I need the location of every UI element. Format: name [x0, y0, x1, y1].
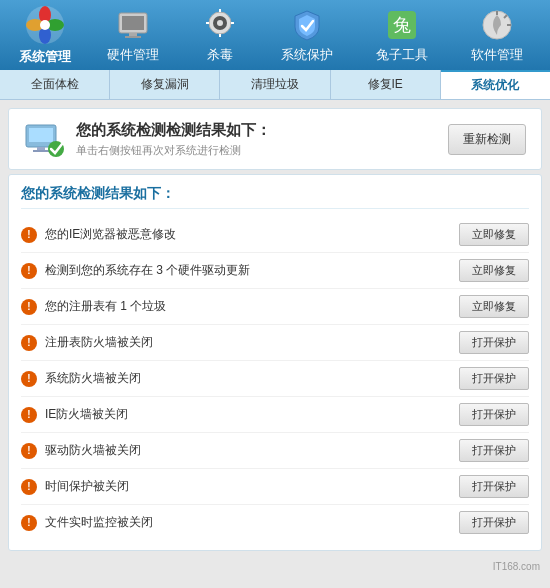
warning-icon: ! — [21, 443, 37, 459]
result-text: 检测到您的系统存在 3 个硬件驱动更新 — [45, 262, 459, 279]
result-text: 时间保护被关闭 — [45, 478, 459, 495]
action-button[interactable]: 打开保护 — [459, 511, 529, 534]
svg-rect-24 — [29, 128, 53, 142]
nav-item-rabbit-label: 兔子工具 — [376, 46, 428, 64]
svg-rect-7 — [122, 16, 144, 30]
tab-repair-ie[interactable]: 修复IE — [331, 70, 441, 99]
logo-icon — [25, 5, 65, 45]
nav-logo-label: 系统管理 — [19, 48, 71, 66]
result-text: 您的IE浏览器被恶意修改 — [45, 226, 459, 243]
nav-item-kill[interactable]: 杀毒 — [202, 7, 238, 64]
action-button[interactable]: 立即修复 — [459, 259, 529, 282]
result-item: !注册表防火墙被关闭打开保护 — [21, 325, 529, 361]
main-content: 您的系统检测结果如下： !您的IE浏览器被恶意修改立即修复!检测到您的系统存在 … — [8, 174, 542, 551]
protect-icon — [289, 7, 325, 43]
svg-point-12 — [217, 20, 223, 26]
recheck-button[interactable]: 重新检测 — [448, 124, 526, 155]
action-button[interactable]: 立即修复 — [459, 223, 529, 246]
summary-title: 您的系统检测检测结果如下： — [76, 121, 436, 140]
nav-logo[interactable]: 系统管理 — [5, 5, 85, 66]
warning-icon: ! — [21, 299, 37, 315]
result-item: !检测到您的系统存在 3 个硬件驱动更新立即修复 — [21, 253, 529, 289]
result-text: 您的注册表有 1 个垃圾 — [45, 298, 459, 315]
result-text: 驱动防火墙被关闭 — [45, 442, 459, 459]
svg-text:兔: 兔 — [393, 15, 411, 35]
tab-clean-junk[interactable]: 清理垃圾 — [220, 70, 330, 99]
warning-icon: ! — [21, 515, 37, 531]
rabbit-icon: 兔 — [384, 7, 420, 43]
result-text: 文件实时监控被关闭 — [45, 514, 459, 531]
result-text: IE防火墙被关闭 — [45, 406, 459, 423]
nav-item-software[interactable]: 软件管理 — [471, 7, 523, 64]
svg-rect-26 — [33, 150, 49, 152]
nav-item-hardware-label: 硬件管理 — [107, 46, 159, 64]
action-button[interactable]: 打开保护 — [459, 331, 529, 354]
svg-rect-9 — [125, 36, 141, 38]
summary-banner: 您的系统检测检测结果如下： 单击右侧按钮再次对系统进行检测 重新检测 — [8, 108, 542, 170]
action-button[interactable]: 打开保护 — [459, 475, 529, 498]
result-item: !时间保护被关闭打开保护 — [21, 469, 529, 505]
result-item: !系统防火墙被关闭打开保护 — [21, 361, 529, 397]
result-item: !驱动防火墙被关闭打开保护 — [21, 433, 529, 469]
result-list: !您的IE浏览器被恶意修改立即修复!检测到您的系统存在 3 个硬件驱动更新立即修… — [21, 217, 529, 540]
tab-repair-leak[interactable]: 修复漏洞 — [110, 70, 220, 99]
summary-text: 您的系统检测检测结果如下： 单击右侧按钮再次对系统进行检测 — [76, 121, 436, 158]
action-button[interactable]: 打开保护 — [459, 439, 529, 462]
warning-icon: ! — [21, 479, 37, 495]
summary-subtitle: 单击右侧按钮再次对系统进行检测 — [76, 143, 436, 158]
nav-item-hardware[interactable]: 硬件管理 — [107, 7, 159, 64]
result-item: !IE防火墙被关闭打开保护 — [21, 397, 529, 433]
watermark: IT168.com — [493, 561, 540, 572]
warning-icon: ! — [21, 335, 37, 351]
nav-item-rabbit[interactable]: 兔 兔子工具 — [376, 7, 428, 64]
action-button[interactable]: 立即修复 — [459, 295, 529, 318]
top-navigation: 系统管理 硬件管理 杀毒 — [0, 0, 550, 70]
nav-items: 硬件管理 杀毒 系统保护 — [85, 7, 545, 64]
nav-item-kill-label: 杀毒 — [207, 46, 233, 64]
svg-rect-25 — [37, 147, 45, 150]
result-item: !您的IE浏览器被恶意修改立即修复 — [21, 217, 529, 253]
nav-item-protect-label: 系统保护 — [281, 46, 333, 64]
result-item: !您的注册表有 1 个垃圾立即修复 — [21, 289, 529, 325]
footer: IT168.com — [0, 559, 550, 574]
nav-item-software-label: 软件管理 — [471, 46, 523, 64]
warning-icon: ! — [21, 263, 37, 279]
svg-rect-8 — [129, 33, 137, 36]
summary-icon — [24, 119, 64, 159]
action-button[interactable]: 打开保护 — [459, 403, 529, 426]
tab-full-check[interactable]: 全面体检 — [0, 70, 110, 99]
software-icon — [479, 7, 515, 43]
svg-point-5 — [40, 20, 50, 30]
tabs-bar: 全面体检 修复漏洞 清理垃圾 修复IE 系统优化 — [0, 70, 550, 100]
warning-icon: ! — [21, 407, 37, 423]
tab-sys-optimize[interactable]: 系统优化 — [441, 70, 550, 99]
result-text: 注册表防火墙被关闭 — [45, 334, 459, 351]
action-button[interactable]: 打开保护 — [459, 367, 529, 390]
nav-item-protect[interactable]: 系统保护 — [281, 7, 333, 64]
warning-icon: ! — [21, 371, 37, 387]
section-title: 您的系统检测结果如下： — [21, 185, 529, 209]
result-item: !文件实时监控被关闭打开保护 — [21, 505, 529, 540]
hardware-icon — [115, 7, 151, 43]
kill-icon — [202, 7, 238, 43]
result-text: 系统防火墙被关闭 — [45, 370, 459, 387]
warning-icon: ! — [21, 227, 37, 243]
